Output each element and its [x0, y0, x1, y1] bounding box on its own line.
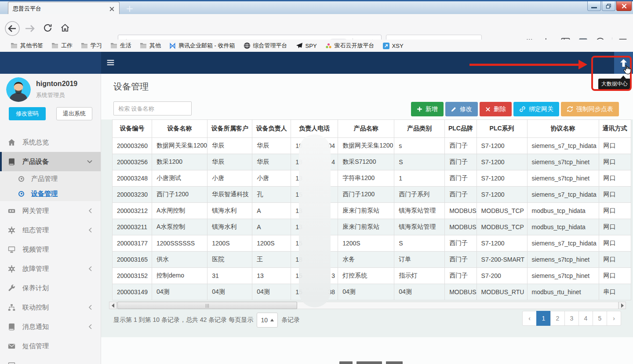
gear-icon: [8, 265, 15, 273]
pager-page-2[interactable]: 2: [550, 311, 565, 326]
bookmark-item[interactable]: 萤石云开放平台: [322, 41, 378, 50]
forward-button[interactable]: [25, 24, 35, 33]
table-row[interactable]: 200003260数据网关采集1200华辰华辰1804数据网关采集1200s西门…: [113, 138, 631, 154]
x-icon: [485, 107, 491, 112]
sidebar-item-9[interactable]: 短信管理: [0, 336, 101, 356]
sidebar-item-0[interactable]: 系统总览: [0, 133, 101, 152]
table-row[interactable]: 200003248小唐测试小唐小唐13字符串12001西门子S7-1200sie…: [113, 170, 631, 187]
home-button[interactable]: [60, 23, 70, 32]
back-button[interactable]: [4, 21, 20, 36]
device-search-input[interactable]: [113, 101, 192, 115]
bind-gateway-button[interactable]: 绑定网关: [513, 102, 559, 116]
table-cell: modbus_rtu_hinet: [527, 284, 599, 300]
column-header[interactable]: PLC品牌: [445, 120, 477, 138]
bookmark-item[interactable]: 其他: [136, 41, 164, 50]
table-cell: 1200S: [207, 235, 252, 252]
table-row[interactable]: 20000314904测04测04测153804测04测MODBUSMODBUS…: [113, 284, 631, 300]
bookmark-item[interactable]: SPY: [292, 41, 320, 50]
bookmark-item[interactable]: 生活: [107, 41, 135, 50]
table-cell: siemens_s7tcp_hinet: [527, 252, 599, 268]
new-tab-button[interactable]: [124, 3, 135, 14]
tab-close-icon[interactable]: [109, 6, 115, 12]
table-row[interactable]: 2000031771200SSSSSS1200S1200S151200SS西门子…: [113, 235, 631, 252]
sidebar-subitem[interactable]: 产品管理: [0, 171, 101, 186]
browser-tab[interactable]: 思普云平台: [8, 2, 120, 15]
table-cell: 西门子: [445, 268, 477, 284]
column-header[interactable]: 产品类别: [394, 120, 445, 138]
table-row[interactable]: 200003211A水泵控制镇海水利A13庲来门前泵站镇海泵站管理MODBUSM…: [113, 219, 631, 235]
column-header[interactable]: 设备名称: [152, 120, 207, 138]
bookmark-item[interactable]: 综合管理平台: [240, 41, 291, 50]
bookmark-label: 萤石云开放平台: [335, 42, 375, 50]
table-cell: modbus_tcp_hidata: [527, 219, 599, 235]
table-cell: 1200S: [252, 235, 291, 252]
table-cell: 200003230: [113, 187, 152, 203]
avatar[interactable]: [6, 77, 31, 102]
sidebar-item-4[interactable]: 视频管理: [0, 240, 101, 259]
pager-prev[interactable]: ‹: [522, 311, 537, 326]
pager-page-1[interactable]: 1: [536, 311, 551, 326]
table-row[interactable]: 200003256数采1200华辰华辰184数采S71200S西门子S7-120…: [113, 154, 631, 170]
sidebar-item-cutoff[interactable]: [8, 362, 15, 364]
table-cell: 华辰智通科技: [207, 187, 252, 203]
logout-button[interactable]: 退出系统: [56, 107, 92, 120]
add-button[interactable]: 新增: [411, 102, 444, 116]
sidebar-subitem[interactable]: 设备管理: [0, 186, 101, 201]
edit-button[interactable]: 修改: [445, 102, 478, 116]
table-cell: S7-1200: [477, 170, 527, 187]
table-cell: 04测: [394, 284, 445, 300]
table-row[interactable]: 200003152控制demo3113153灯控系统指示灯西门子S7-200si…: [113, 268, 631, 284]
table-cell: 小唐: [252, 170, 291, 187]
column-header[interactable]: 设备负责人: [252, 120, 291, 138]
bookmark-item[interactable]: 学习: [77, 41, 106, 50]
bookmark-item[interactable]: 腾讯企业邮箱 - 收件箱: [166, 41, 239, 50]
restore-button[interactable]: [602, 1, 615, 11]
sidebar-item-7[interactable]: 联动控制: [0, 298, 101, 317]
pager-next[interactable]: ›: [607, 311, 621, 326]
sidebar-collapse-icon[interactable]: [107, 59, 114, 66]
table-row[interactable]: 200003212A水闸控制镇海水利A13庲来门前泵站镇海泵站管理MODBUSM…: [113, 203, 631, 219]
table-cell: 孔: [252, 187, 291, 203]
force-sync-button[interactable]: 强制同步点表: [561, 102, 619, 116]
footer-cutoff-text: [339, 361, 403, 364]
refresh-button[interactable]: [43, 23, 52, 32]
sidebar-item-1[interactable]: 产品设备: [0, 152, 101, 171]
sidebar-item-5[interactable]: 故障管理: [0, 259, 101, 278]
sidebar-item-3[interactable]: 组态管理: [0, 220, 101, 240]
hscroll-thumb[interactable]: [117, 302, 297, 309]
column-header[interactable]: 协议名称: [527, 120, 599, 138]
gateway-icon: [8, 207, 15, 215]
column-header[interactable]: 产品名称: [338, 120, 394, 138]
bookmark-item[interactable]: 其他书签: [7, 41, 47, 50]
bookmark-item[interactable]: XSY: [379, 42, 407, 50]
globe-icon: [244, 42, 251, 49]
page-size-dropdown[interactable]: 10: [257, 313, 278, 328]
close-window-button[interactable]: [616, 1, 632, 11]
bookmark-label: 学习: [91, 42, 102, 50]
bookmark-item[interactable]: 工作: [48, 41, 76, 50]
sidebar-item-6[interactable]: 保养计划: [0, 278, 101, 298]
column-header[interactable]: PLC系列: [477, 120, 527, 138]
pager-page-4[interactable]: 4: [578, 311, 593, 326]
table-row[interactable]: 200003230西门子1200华辰智通科技孔15西门子1200西门子系列西门子…: [113, 187, 631, 203]
sidebar-item-8[interactable]: 消息通知: [0, 317, 101, 336]
change-password-button[interactable]: 修改密码: [9, 107, 46, 120]
column-header[interactable]: 通讯方式: [599, 120, 631, 138]
table-cell: 水务: [338, 252, 394, 268]
minimize-button[interactable]: [587, 1, 601, 11]
table-row[interactable]: 200003165供水医院王18水务订单西门子S7-200-SMARTsieme…: [113, 252, 631, 268]
delete-button[interactable]: 删除: [480, 102, 512, 116]
pager-page-5[interactable]: 5: [593, 311, 607, 326]
pager-page-3[interactable]: 3: [564, 311, 579, 326]
cursor-hand-icon: [622, 64, 632, 75]
column-header[interactable]: 设备编号: [113, 120, 152, 138]
sidebar-item-label: 系统总览: [22, 138, 49, 147]
chevron-left-icon: [88, 324, 92, 329]
table-cell: 控制demo: [152, 268, 207, 284]
sidebar-item-2[interactable]: 网关管理: [0, 201, 101, 220]
table-cell: 庲来门前泵站: [338, 203, 394, 219]
column-header[interactable]: 设备所属客户: [207, 120, 252, 138]
hscroll-right-button[interactable]: [618, 302, 626, 309]
chevron-left-icon: [88, 305, 92, 310]
hscroll-left-button[interactable]: [109, 302, 116, 309]
